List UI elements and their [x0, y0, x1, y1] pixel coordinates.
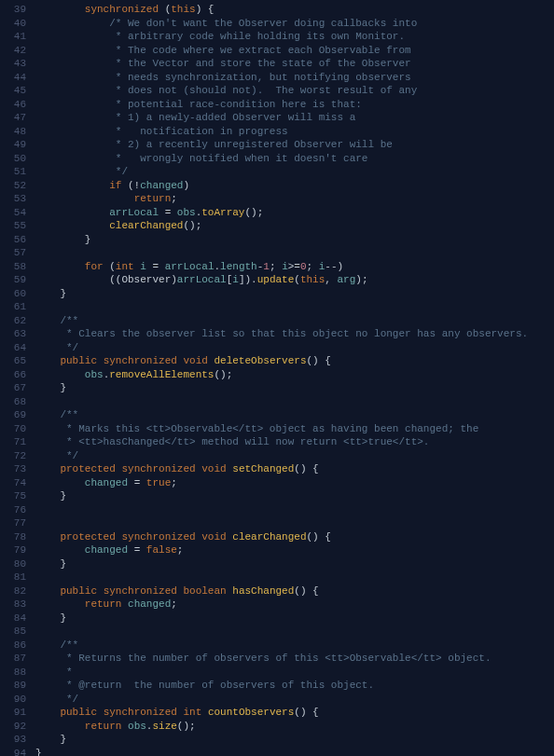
code-line[interactable]: * the Vector and store the state of the … [35, 57, 554, 71]
code-line[interactable] [35, 625, 554, 639]
code-line[interactable]: * The code where we extract each Observa… [35, 44, 554, 58]
code-line[interactable]: * Clears the observer list so that this … [35, 327, 554, 341]
code-line[interactable]: ((Observer)arrLocal[i]).update(this, arg… [35, 273, 554, 287]
code-editor[interactable]: 3940414243444546474849505152535455565758… [0, 0, 554, 756]
code-line[interactable]: public synchronized int countObservers()… [35, 706, 554, 720]
token-cmt: */ [109, 166, 128, 177]
code-line[interactable] [35, 246, 554, 260]
code-line[interactable] [35, 395, 554, 409]
code-line[interactable]: * notification in progress [35, 125, 554, 139]
line-number: 67 [0, 381, 35, 395]
code-line[interactable]: public synchronized boolean hasChanged()… [35, 584, 554, 598]
code-line[interactable]: * 2) a recently unregistered Observer wi… [35, 138, 554, 152]
line-number: 52 [0, 179, 35, 193]
token-pl: ; [171, 193, 177, 204]
line-number: 44 [0, 71, 35, 85]
token-pl: } [60, 558, 66, 570]
token-var: changed [85, 544, 128, 556]
line-number: 94 [0, 747, 35, 757]
code-line[interactable]: } [35, 489, 554, 503]
line-number: 75 [0, 489, 35, 503]
code-line[interactable]: * Marks this <tt>Observable</tt> object … [35, 422, 554, 436]
code-line[interactable]: public synchronized void deleteObservers… [35, 354, 554, 368]
code-line[interactable]: } [35, 381, 554, 395]
line-number: 76 [0, 503, 35, 517]
code-line[interactable]: * needs synchronization, but notifying o… [35, 71, 554, 85]
code-line[interactable]: * wrongly notified when it doesn't care [35, 152, 554, 166]
line-number: 69 [0, 408, 35, 422]
token-pl: () { [307, 355, 331, 366]
code-line[interactable]: * potential race-condition here is that: [35, 98, 554, 112]
token-pl: () { [294, 463, 318, 474]
code-line[interactable]: */ [35, 449, 554, 463]
code-line[interactable]: changed = true; [35, 476, 554, 490]
code-line[interactable]: synchronized (this) { [35, 3, 554, 17]
token-cmt: * does not (should not). The worst resul… [109, 85, 417, 96]
line-number: 71 [0, 435, 35, 449]
code-line[interactable]: } [35, 612, 554, 625]
code-line[interactable]: } [35, 733, 554, 747]
code-line[interactable] [35, 503, 554, 517]
line-number: 78 [0, 530, 35, 544]
token-cmt: * notification in progress [109, 126, 287, 137]
code-area[interactable]: synchronized (this) { /* We don't want t… [35, 3, 554, 756]
code-line[interactable] [35, 516, 554, 530]
code-line[interactable]: * [35, 666, 554, 680]
line-number: 48 [0, 125, 35, 139]
token-fn: toArray [201, 207, 244, 218]
token-pl [201, 707, 208, 718]
token-cmt: * [60, 667, 72, 678]
code-line[interactable]: changed = false; [35, 543, 554, 557]
code-line[interactable]: clearChanged(); [35, 219, 554, 233]
token-fn: hasChanged [232, 585, 294, 597]
code-line[interactable]: if (!changed) [35, 179, 554, 193]
token-pl [97, 585, 104, 597]
token-var: changed [140, 180, 183, 191]
code-line[interactable]: return changed; [35, 598, 554, 612]
token-cmt: /* We don't want the Observer doing call… [109, 18, 417, 29]
code-line[interactable]: protected synchronized void setChanged()… [35, 462, 554, 476]
token-kw: public [60, 585, 97, 597]
token-fn: update [257, 274, 295, 285]
line-number: 39 [0, 3, 35, 17]
code-line[interactable]: } [35, 233, 554, 247]
code-line[interactable]: * arbitrary code while holding its own M… [35, 30, 554, 44]
token-var: changed [85, 477, 128, 488]
token-var: arrLocal [109, 207, 159, 218]
code-line[interactable]: arrLocal = obs.toArray(); [35, 206, 554, 220]
token-pl: (); [177, 721, 196, 732]
token-type: Observer [121, 274, 171, 285]
code-line[interactable]: } [35, 747, 554, 757]
code-line[interactable] [35, 300, 554, 314]
token-cmt: * potential race-condition here is that: [109, 99, 362, 110]
token-pl: } [60, 612, 66, 624]
code-line[interactable]: return obs.size(); [35, 720, 554, 734]
code-line[interactable]: */ [35, 341, 554, 355]
code-line[interactable]: protected synchronized void clearChanged… [35, 530, 554, 544]
code-line[interactable] [35, 570, 554, 584]
line-number: 84 [0, 612, 35, 625]
code-line[interactable]: * @return the number of observers of thi… [35, 679, 554, 693]
code-line[interactable]: * Returns the number of observers of thi… [35, 652, 554, 666]
code-line[interactable]: */ [35, 693, 554, 707]
token-num: 0 [300, 261, 307, 272]
code-line[interactable]: /* We don't want the Observer doing call… [35, 17, 554, 31]
code-line[interactable]: /** [35, 408, 554, 422]
code-line[interactable]: for (int i = arrLocal.length-1; i>=0; i-… [35, 260, 554, 274]
code-line[interactable]: /** [35, 314, 554, 328]
code-line[interactable]: * does not (should not). The worst resul… [35, 84, 554, 98]
token-kw: return [134, 193, 172, 204]
token-kw: synchronized [121, 531, 195, 543]
code-line[interactable]: obs.removeAllElements(); [35, 368, 554, 382]
line-number: 51 [0, 165, 35, 179]
code-line[interactable]: * <tt>hasChanged</tt> method will now re… [35, 435, 554, 449]
line-number: 79 [0, 543, 35, 557]
code-line[interactable]: */ [35, 165, 554, 179]
code-line[interactable]: } [35, 287, 554, 301]
token-cmt: * 2) a recently unregistered Observer wi… [109, 139, 393, 150]
code-line[interactable]: } [35, 557, 554, 571]
code-line[interactable]: * 1) a newly-added Observer will miss a [35, 111, 554, 125]
code-line[interactable]: return; [35, 192, 554, 206]
token-pl: ]). [239, 274, 257, 285]
code-line[interactable]: /** [35, 639, 554, 653]
